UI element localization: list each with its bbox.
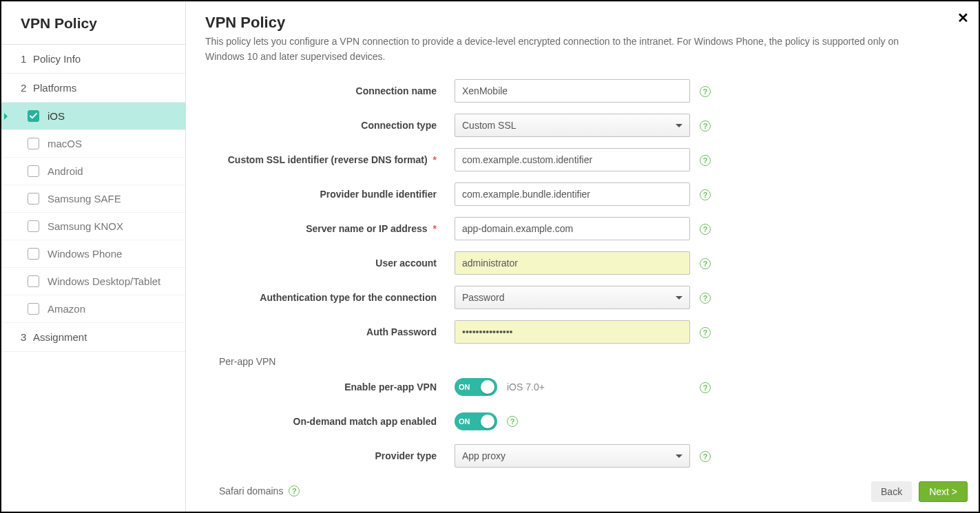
- label-connection-type: Connection type: [205, 120, 455, 131]
- step-label: Policy Info: [33, 53, 81, 65]
- toggle-state: ON: [459, 383, 470, 391]
- toggle-enable-per-app[interactable]: ON: [455, 378, 497, 396]
- sidebar-item-label: macOS: [48, 138, 82, 149]
- chevron-down-icon: [676, 296, 682, 300]
- help-icon[interactable]: ?: [700, 224, 711, 235]
- sidebar-item-samsung-knox[interactable]: Samsung KNOX: [1, 213, 185, 240]
- input-custom-ssl-id[interactable]: [455, 148, 690, 171]
- select-value: Password: [462, 292, 504, 303]
- main-panel: ✕ VPN Policy This policy lets you config…: [186, 1, 979, 512]
- sidebar-item-label: iOS: [48, 110, 65, 122]
- sidebar-title: VPN Policy: [1, 1, 185, 45]
- sidebar-item-label: Android: [48, 165, 83, 177]
- step-number: 3: [21, 331, 33, 343]
- required-asterisk: *: [433, 223, 437, 234]
- input-server-name[interactable]: [455, 217, 690, 240]
- select-value: Custom SSL: [462, 120, 517, 131]
- sidebar-item-label: Windows Phone: [48, 248, 122, 260]
- close-icon[interactable]: ✕: [957, 10, 969, 26]
- checkbox-icon[interactable]: [28, 220, 39, 232]
- sidebar-item-windows-desktop[interactable]: Windows Desktop/Tablet: [1, 268, 185, 295]
- select-connection-type[interactable]: Custom SSL: [455, 114, 690, 137]
- wizard-footer: Back Next >: [871, 481, 968, 502]
- chevron-down-icon: [676, 454, 682, 458]
- sidebar: VPN Policy 1 Policy Info 2 Platforms iOS…: [1, 1, 186, 512]
- sidebar-item-label: Windows Desktop/Tablet: [48, 275, 160, 287]
- label-auth-type: Authentication type for the connection: [205, 292, 455, 303]
- sidebar-item-amazon[interactable]: Amazon: [1, 295, 185, 323]
- section-per-app-vpn: Per-app VPN: [219, 356, 959, 367]
- label-on-demand: On-demand match app enabled: [205, 416, 455, 427]
- help-icon[interactable]: ?: [700, 155, 711, 166]
- checkbox-icon[interactable]: [28, 165, 39, 177]
- sidebar-item-label: Amazon: [48, 303, 85, 315]
- required-asterisk: *: [433, 154, 437, 165]
- checkbox-icon[interactable]: [28, 303, 39, 315]
- section-safari-domains: Safari domains ?: [219, 485, 300, 496]
- checkbox-icon[interactable]: [28, 193, 39, 205]
- toggle-on-demand[interactable]: ON: [455, 412, 497, 430]
- help-icon[interactable]: ?: [700, 189, 711, 200]
- label-provider-bundle: Provider bundle identifier: [205, 189, 455, 200]
- input-auth-password[interactable]: [455, 320, 690, 344]
- help-icon[interactable]: ?: [700, 382, 711, 393]
- help-icon[interactable]: ?: [700, 451, 711, 462]
- sidebar-item-ios[interactable]: iOS: [1, 103, 185, 130]
- help-icon[interactable]: ?: [700, 293, 711, 304]
- help-icon[interactable]: ?: [700, 121, 711, 132]
- input-connection-name[interactable]: [455, 79, 690, 103]
- step-label: Platforms: [33, 82, 76, 94]
- sidebar-item-macos[interactable]: macOS: [1, 130, 185, 158]
- help-icon[interactable]: ?: [700, 86, 711, 97]
- step-policy-info[interactable]: 1 Policy Info: [1, 45, 185, 74]
- next-button[interactable]: Next >: [919, 481, 968, 502]
- toggle-knob: [481, 415, 494, 428]
- select-auth-type[interactable]: Password: [455, 286, 690, 309]
- step-label: Assignment: [33, 331, 87, 343]
- label-custom-ssl-id: Custom SSL identifier (reverse DNS forma…: [205, 154, 455, 165]
- toggle-state: ON: [459, 417, 470, 426]
- checkbox-icon[interactable]: [28, 110, 39, 122]
- help-icon[interactable]: ?: [507, 416, 518, 427]
- sidebar-item-label: Samsung KNOX: [48, 220, 123, 232]
- input-provider-bundle[interactable]: [455, 182, 690, 206]
- page-description: This policy lets you configure a VPN con…: [205, 34, 928, 64]
- toggle-note: iOS 7.0+: [507, 381, 545, 392]
- chevron-down-icon: [676, 124, 682, 127]
- back-button[interactable]: Back: [871, 481, 912, 502]
- page-title: VPN Policy: [205, 14, 959, 32]
- sidebar-item-android[interactable]: Android: [1, 158, 185, 185]
- select-value: App proxy: [462, 450, 505, 461]
- label-provider-type: Provider type: [205, 450, 455, 461]
- label-server-name: Server name or IP address *: [205, 223, 455, 234]
- label-auth-password: Auth Password: [205, 326, 455, 337]
- checkbox-icon[interactable]: [28, 138, 39, 149]
- checkbox-icon[interactable]: [28, 275, 39, 287]
- help-icon[interactable]: ?: [700, 327, 711, 338]
- checkbox-icon[interactable]: [28, 248, 39, 260]
- select-provider-type[interactable]: App proxy: [455, 444, 690, 468]
- label-enable-per-app: Enable per-app VPN: [205, 381, 455, 392]
- help-icon[interactable]: ?: [289, 485, 300, 496]
- label-connection-name: Connection name: [205, 85, 455, 96]
- step-assignment[interactable]: 3 Assignment: [1, 323, 185, 352]
- step-number: 1: [21, 53, 33, 65]
- sidebar-item-samsung-safe[interactable]: Samsung SAFE: [1, 185, 185, 213]
- sidebar-item-label: Samsung SAFE: [48, 193, 121, 205]
- toggle-knob: [481, 380, 494, 394]
- help-icon[interactable]: ?: [700, 258, 711, 269]
- input-user-account[interactable]: [455, 251, 690, 275]
- sidebar-item-windows-phone[interactable]: Windows Phone: [1, 240, 185, 268]
- step-platforms[interactable]: 2 Platforms: [1, 74, 185, 103]
- step-number: 2: [21, 82, 33, 94]
- label-user-account: User account: [205, 258, 455, 269]
